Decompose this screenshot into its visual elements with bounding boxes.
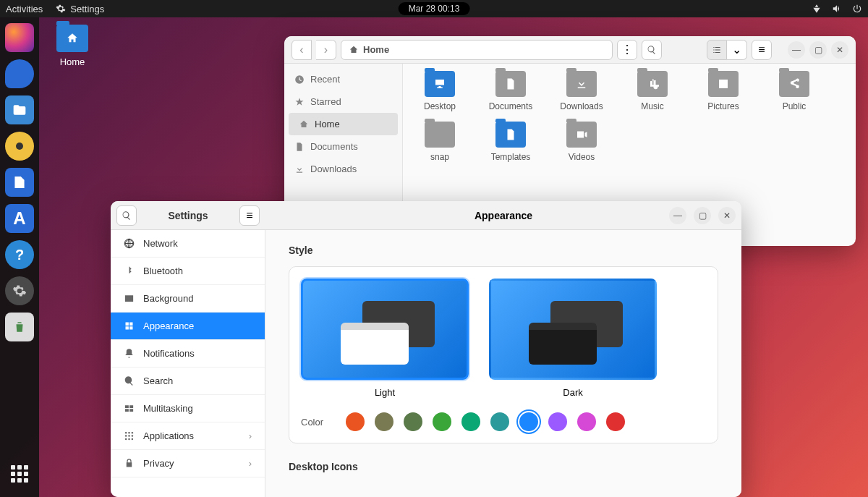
settings-nav-notifications[interactable]: Notifications [111, 340, 265, 368]
settings-window: Settings ≡ Appearance — ▢ ✕ NetworkBluet… [111, 201, 741, 497]
files-search-button[interactable] [642, 40, 662, 60]
folder-public[interactable]: Public [767, 71, 821, 111]
folder-music[interactable]: Music [626, 71, 679, 111]
style-dark-option[interactable]: Dark [489, 279, 657, 398]
sidebar-home[interactable]: Home [289, 113, 398, 135]
color-swatch[interactable] [433, 412, 451, 431]
sidebar-documents[interactable]: Documents [284, 135, 402, 158]
svg-point-2 [132, 432, 134, 434]
svg-point-5 [132, 435, 134, 437]
color-swatch[interactable] [519, 412, 538, 431]
color-swatch[interactable] [606, 412, 625, 431]
view-dropdown-button[interactable]: ⌄ [727, 40, 747, 60]
settings-nav-privacy[interactable]: Privacy› [111, 450, 265, 477]
svg-point-7 [128, 438, 130, 441]
settings-nav-search[interactable]: Search [111, 368, 265, 395]
top-bar: Activities Settings Mar 28 00:13 [0, 0, 868, 17]
color-label: Color [301, 417, 337, 428]
volume-icon[interactable] [832, 4, 842, 14]
settings-close-button[interactable]: ✕ [718, 207, 736, 224]
settings-nav-background[interactable]: Background [111, 285, 265, 313]
style-light-option[interactable]: Light [301, 279, 469, 398]
folder-desktop[interactable]: Desktop [413, 71, 467, 111]
sidebar-starred[interactable]: Starred [284, 90, 402, 113]
style-box: Light Dark Color [289, 266, 718, 443]
svg-point-1 [128, 432, 130, 434]
color-row: Color [301, 412, 706, 431]
files-toolbar: ‹ › Home ⋮ ⌄ ≡ — ▢ ✕ [284, 36, 856, 64]
desktop-home-folder[interactable]: Home [51, 25, 94, 67]
settings-nav-network[interactable]: Network [111, 230, 265, 258]
activities-button[interactable]: Activities [6, 4, 43, 14]
dock-trash[interactable] [5, 313, 34, 341]
dock: A ? [0, 17, 39, 497]
folder-documents[interactable]: Documents [484, 71, 537, 111]
clock[interactable]: Mar 28 00:13 [399, 2, 470, 15]
dock-help[interactable]: ? [5, 240, 34, 269]
color-swatch[interactable] [404, 412, 422, 431]
files-menu-button[interactable]: ≡ [752, 40, 772, 60]
desktop-icons-heading: Desktop Icons [289, 461, 718, 472]
settings-title: Settings [168, 210, 208, 221]
color-swatch[interactable] [577, 412, 596, 431]
svg-point-6 [125, 438, 127, 441]
folder-snap[interactable]: snap [413, 122, 467, 162]
path-bar[interactable]: Home [341, 40, 613, 60]
color-swatch[interactable] [461, 412, 480, 431]
color-swatch[interactable] [490, 412, 509, 431]
settings-nav-appearance[interactable]: Appearance [111, 313, 265, 340]
home-icon [349, 45, 359, 55]
style-heading: Style [289, 245, 718, 256]
settings-maximize-button[interactable]: ▢ [694, 207, 711, 224]
settings-minimize-button[interactable]: — [669, 207, 686, 224]
back-button[interactable]: ‹ [292, 40, 312, 60]
view-list-button[interactable] [707, 40, 727, 60]
topbar-app-menu[interactable]: Settings [56, 4, 104, 14]
folder-templates[interactable]: Templates [484, 122, 537, 162]
sidebar-recent[interactable]: Recent [284, 68, 402, 90]
forward-button[interactable]: › [316, 40, 336, 60]
dock-files[interactable] [5, 95, 34, 124]
svg-point-8 [132, 438, 134, 441]
folder-downloads[interactable]: Downloads [555, 71, 608, 111]
dock-firefox[interactable] [5, 23, 34, 52]
svg-point-0 [125, 432, 127, 434]
color-swatch[interactable] [548, 412, 567, 431]
folder-pictures[interactable]: Pictures [697, 71, 750, 111]
settings-search-button[interactable] [116, 205, 137, 226]
dock-rhythmbox[interactable] [5, 132, 34, 161]
path-menu-button[interactable]: ⋮ [617, 40, 637, 60]
settings-main: Style Light Dark Color Deskto [265, 230, 741, 497]
settings-nav-multitasking[interactable]: Multitasking [111, 395, 265, 422]
files-minimize-button[interactable]: — [788, 41, 805, 59]
dock-apps-grid[interactable] [5, 459, 34, 488]
color-swatch[interactable] [346, 412, 365, 431]
sidebar-downloads[interactable]: Downloads [284, 158, 402, 180]
settings-sidebar: NetworkBluetoothBackgroundAppearanceNoti… [111, 230, 265, 497]
svg-point-3 [125, 435, 127, 437]
color-swatch[interactable] [375, 412, 393, 431]
dock-settings[interactable] [5, 276, 34, 305]
settings-nav-bluetooth[interactable]: Bluetooth [111, 258, 265, 285]
gear-icon [56, 4, 66, 14]
network-icon[interactable] [812, 4, 822, 14]
files-maximize-button[interactable]: ▢ [809, 41, 827, 59]
dock-thunderbird[interactable] [5, 59, 34, 88]
power-icon[interactable] [852, 4, 862, 14]
settings-pane-title: Appearance [475, 210, 532, 221]
folder-videos[interactable]: Videos [555, 122, 608, 162]
settings-nav-applications[interactable]: Applications› [111, 422, 265, 450]
files-close-button[interactable]: ✕ [831, 41, 848, 59]
settings-hamburger-button[interactable]: ≡ [239, 205, 260, 226]
svg-point-4 [128, 435, 130, 437]
dock-libreoffice[interactable] [5, 168, 34, 197]
dock-software[interactable]: A [5, 204, 34, 233]
